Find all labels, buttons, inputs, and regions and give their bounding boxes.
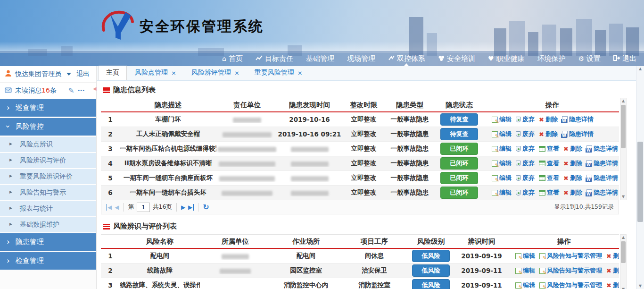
delete-link[interactable]: 删除 [606,281,619,289]
more-icon[interactable]: ⋯ [77,86,84,95]
detail-link[interactable]: 隐患详情 [586,188,618,197]
detail-link[interactable]: 隐患详情 [586,144,618,153]
tab-risk-evaluation-management[interactable]: 风险辨评管理 [184,66,247,80]
sidebar-item-hidden-danger-management[interactable]: 隐患管理 [0,233,96,252]
sidebar-item-risk-control[interactable]: 风险管控 [0,118,96,137]
scroll-down-icon[interactable] [620,194,626,200]
table-row: 3一期车间热压粘合机电源线绷得较紧立即整改一般事故隐患已闭环编辑废弃查看删除隐患… [101,142,619,156]
scroll-up-icon[interactable] [636,66,644,72]
edit-link[interactable]: 编辑 [515,281,535,289]
user-name[interactable]: 悦达集团管理员 [15,70,61,78]
scroll-thumb[interactable] [637,142,643,222]
edit-link[interactable]: 编辑 [492,174,512,182]
discard-link[interactable]: 废弃 [516,174,535,182]
edit-link[interactable]: 编辑 [492,188,512,197]
nav-settings[interactable]: ⚙ 设置 [578,54,601,63]
detail-link[interactable]: 隐患详情 [562,130,594,138]
sidebar-item-risk-identification-evaluation[interactable]: 风险辨识与评价 [0,153,96,169]
delete-link[interactable]: 删除 [563,144,582,153]
sidebar-item-basic-data-maintenance[interactable]: 基础数据维护 [0,217,96,233]
notice-link[interactable]: 风险告知与警示管理 [539,252,602,260]
user-dropdown-icon[interactable] [66,73,71,76]
delete-link[interactable]: 删除 [563,188,582,197]
edit-link[interactable]: 编辑 [492,144,512,153]
sidebar-item-major-risk-evaluation[interactable]: 重要风险辨识评价 [0,169,96,185]
nav-home[interactable]: ⌂ 首页 [222,54,243,63]
edit-link[interactable]: 编辑 [492,130,512,138]
edit-link[interactable]: 编辑 [515,252,535,260]
nav-dual-control[interactable]: 双控体系 [388,54,425,63]
sidebar-item-risk-point-identification[interactable]: 风险点辨识 [0,137,96,153]
scroll-up-icon[interactable] [620,235,626,240]
close-tab-icon[interactable] [234,69,239,76]
scroll-thumb[interactable] [621,241,626,263]
sidebar-item-reports-statistics[interactable]: 报表与统计 [0,201,96,217]
view-link[interactable]: 查看 [539,144,559,153]
view-link[interactable]: 查看 [539,174,559,182]
row-number: 1 [101,252,120,260]
row-operations: 编辑风险告知与警示管理删除 [509,281,619,289]
nav-logout[interactable]: 退出 [613,54,636,63]
view-link[interactable]: 查看 [539,159,559,168]
tab-risk-point-management[interactable]: 风险点管理 [128,66,183,80]
discard-link[interactable]: 废弃 [516,115,535,124]
close-tab-icon[interactable] [171,69,176,76]
prev-page-icon[interactable] [115,204,119,210]
nav-safety-training[interactable]: 安全培训 [438,54,475,63]
risk-name: 配电间 [120,252,200,260]
nav-site-management[interactable]: 现场管理 [347,54,375,63]
scroll-down-icon[interactable] [636,283,644,289]
edit-link[interactable]: 编辑 [492,115,512,124]
detail-link[interactable]: 隐患详情 [562,115,594,124]
scroll-down-icon[interactable] [620,287,626,289]
page-input[interactable] [137,203,150,212]
hidden-list-title: 隐患信息列表 [101,81,627,98]
edit-link[interactable]: 编辑 [515,266,535,275]
refresh-icon[interactable] [203,204,209,211]
discover-time [278,174,341,182]
notice-link[interactable]: 风险告知与警示管理 [539,281,602,289]
delete-link[interactable]: 删除 [606,266,619,275]
discard-link[interactable]: 废弃 [516,144,535,153]
nav-environment-protection[interactable]: 环境保护 [537,54,565,63]
delete-link[interactable]: 删除 [563,159,582,168]
tab-major-risk-management[interactable]: 重要风险管理 [248,66,310,80]
discard-link[interactable]: 废弃 [516,188,535,197]
next-page-icon[interactable] [181,204,185,210]
unread-label[interactable]: 未读消息16条 [15,86,57,95]
compose-icon[interactable]: ✎ [68,86,74,95]
detail-link[interactable]: 隐患详情 [586,174,618,182]
sidebar-logout-link[interactable]: 退出 [76,70,90,78]
tab-home[interactable]: 主页 [99,66,127,80]
scroll-up-icon[interactable] [620,98,626,104]
nav-basic-management[interactable]: 基础管理 [306,54,334,63]
discover-time: 2019-10-16 [278,116,341,123]
hidden-table-body: 1车棚门坏2019-10-16立即整改一般事故隐患待复查编辑废弃删除隐患详情2工… [101,112,619,200]
view-label: 查看 [547,174,559,182]
detail-link[interactable]: 隐患详情 [586,159,618,168]
delete-link[interactable]: 删除 [606,252,619,260]
close-tab-icon[interactable] [297,69,303,76]
delete-link[interactable]: 删除 [563,174,582,182]
delete-link[interactable]: 删除 [539,115,558,124]
discard-link[interactable]: 废弃 [516,130,535,138]
notice-link[interactable]: 风险告知与警示管理 [539,266,602,275]
nav-occupational-health[interactable]: ♥ 职业健康 [488,54,525,63]
view-icon [539,190,545,196]
discard-link[interactable]: 废弃 [516,159,535,168]
sidebar-item-risk-notice-warning[interactable]: 风险告知与警示 [0,185,96,201]
view-link[interactable]: 查看 [539,188,559,197]
scroll-thumb[interactable] [621,105,626,148]
edit-link[interactable]: 编辑 [492,159,512,168]
sidebar-item-inspection-management[interactable]: 检查管理 [0,252,96,271]
rectify-deadline: 立即整改 [341,115,386,124]
discard-label: 废弃 [522,144,535,153]
sidebar-item-patrol-management[interactable]: 巡查管理 [0,99,96,118]
nav-target-responsibility[interactable]: 目标责任 [256,54,293,63]
row-operations: 编辑废弃查看删除隐患详情 [485,174,619,182]
sidebar-collapse-handle[interactable]: ◀ [93,86,97,91]
chevron-right-icon [7,257,10,265]
last-page-icon[interactable] [188,204,194,210]
first-page-icon[interactable] [106,204,112,210]
delete-link[interactable]: 删除 [539,130,558,138]
